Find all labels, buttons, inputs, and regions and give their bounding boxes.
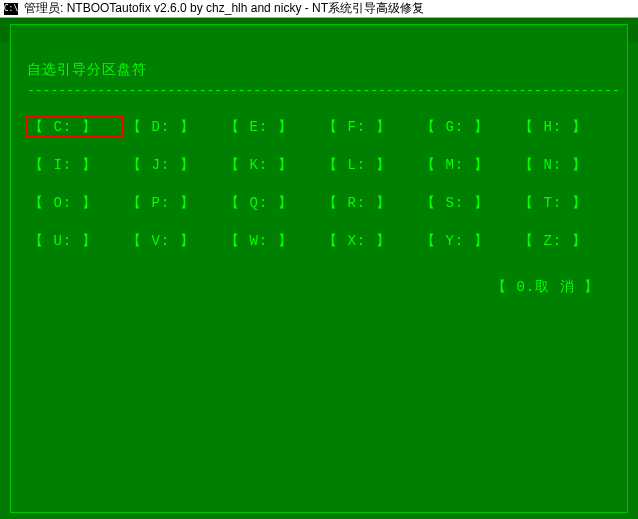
divider-line: ----------------------------------------…	[27, 83, 619, 98]
drive-option[interactable]: 【 L: 】	[319, 154, 417, 176]
drive-option[interactable]: 【 J: 】	[123, 154, 221, 176]
drive-option[interactable]: 【 S: 】	[417, 192, 515, 214]
drive-option[interactable]: 【 V: 】	[123, 230, 221, 252]
drive-option[interactable]: 【 Y: 】	[417, 230, 515, 252]
drive-option[interactable]: 【 G: 】	[417, 116, 515, 138]
drive-option[interactable]: 【 K: 】	[221, 154, 319, 176]
drive-option[interactable]: 【 O: 】	[25, 192, 123, 214]
drive-option[interactable]: 【 F: 】	[319, 116, 417, 138]
drive-option[interactable]: 【 M: 】	[417, 154, 515, 176]
drive-option[interactable]: 【 D: 】	[123, 116, 221, 138]
console-window: 自选引导分区盘符 -------------------------------…	[10, 24, 628, 513]
drive-option[interactable]: 【 P: 】	[123, 192, 221, 214]
window-title-bar: C:\ 管理员: NTBOOTautofix v2.6.0 by chz_hlh…	[0, 0, 638, 18]
drive-option[interactable]: 【 Q: 】	[221, 192, 319, 214]
drive-option[interactable]: 【 I: 】	[25, 154, 123, 176]
window-title: 管理员: NTBOOTautofix v2.6.0 by chz_hlh and…	[24, 0, 424, 17]
drive-option[interactable]: 【 N: 】	[515, 154, 613, 176]
drive-option[interactable]: 【 Z: 】	[515, 230, 613, 252]
cancel-button[interactable]: 【 0.取 消 】	[492, 278, 599, 296]
drive-option[interactable]: 【 E: 】	[221, 116, 319, 138]
drive-option[interactable]: 【 H: 】	[515, 116, 613, 138]
drive-option[interactable]: 【 X: 】	[319, 230, 417, 252]
cancel-row: 【 0.取 消 】	[19, 278, 599, 296]
prompt-title: 自选引导分区盘符	[27, 61, 619, 79]
drive-option[interactable]: 【 C: 】	[25, 116, 123, 138]
drive-grid: 【 C: 】【 D: 】【 E: 】【 F: 】【 G: 】【 H: 】【 I:…	[25, 116, 613, 252]
drive-option[interactable]: 【 U: 】	[25, 230, 123, 252]
cmd-icon: C:\	[4, 3, 18, 15]
drive-option[interactable]: 【 W: 】	[221, 230, 319, 252]
drive-option[interactable]: 【 R: 】	[319, 192, 417, 214]
drive-option[interactable]: 【 T: 】	[515, 192, 613, 214]
